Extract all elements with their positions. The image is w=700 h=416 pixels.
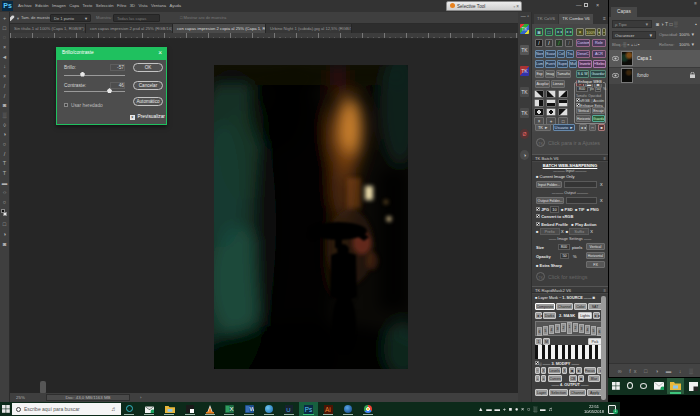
svg-text:Ai: Ai bbox=[325, 406, 331, 413]
svg-text:U: U bbox=[286, 407, 290, 413]
svg-text:X: X bbox=[230, 406, 234, 412]
svg-text:Ps: Ps bbox=[305, 406, 312, 413]
svg-text:W: W bbox=[249, 406, 254, 412]
